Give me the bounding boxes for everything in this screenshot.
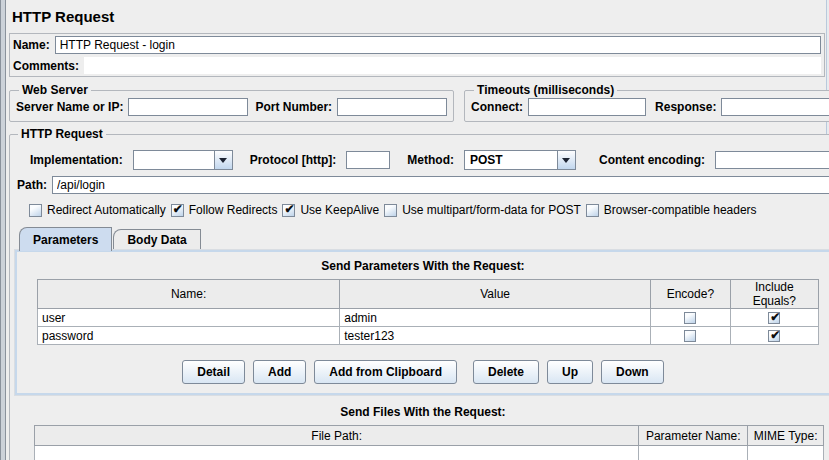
comments-label: Comments: — [13, 59, 79, 73]
name-input[interactable] — [55, 36, 821, 54]
table-row[interactable]: user admin — [38, 309, 819, 327]
param-value-cell[interactable]: tester123 — [340, 327, 651, 345]
checkbox-icon[interactable] — [768, 312, 780, 324]
file-mime-type-cell[interactable] — [748, 446, 824, 460]
method-dropdown[interactable]: POST — [464, 150, 576, 170]
checkbox-icon[interactable] — [29, 204, 42, 217]
connect-timeout-input[interactable] — [528, 98, 646, 116]
checkbox-multipart-form-data[interactable]: Use multipart/form-data for POST — [384, 203, 581, 217]
protocol-input[interactable] — [346, 151, 390, 169]
column-header-name[interactable]: Name: — [38, 280, 340, 309]
content-encoding-input[interactable] — [715, 151, 829, 169]
chevron-down-icon — [562, 158, 570, 163]
checkbox-label: Redirect Automatically — [47, 203, 166, 217]
content-encoding-label: Content encoding: — [599, 153, 705, 167]
column-header-encode[interactable]: Encode? — [651, 280, 731, 309]
page-title: HTTP Request — [12, 8, 825, 25]
checkbox-browser-compatible-headers[interactable]: Browser-compatible headers — [586, 203, 757, 217]
connect-timeout-label: Connect: — [471, 100, 523, 114]
column-header-file-path[interactable]: File Path: — [35, 426, 639, 446]
send-parameters-heading: Send Parameters With the Request: — [21, 259, 825, 273]
parameters-tab-panel: Send Parameters With the Request: Name: … — [15, 250, 829, 395]
method-dropdown-value: POST — [465, 151, 557, 169]
name-comments-box: Name: Comments: — [9, 33, 825, 77]
param-include-equals-cell[interactable] — [730, 309, 818, 327]
checkbox-follow-redirects[interactable]: Follow Redirects — [171, 203, 278, 217]
checkbox-label: Follow Redirects — [189, 203, 278, 217]
port-number-input[interactable] — [337, 98, 447, 116]
split-pane-divider[interactable] — [0, 0, 6, 460]
implementation-dropdown[interactable] — [133, 150, 233, 170]
checkbox-label: Use KeepAlive — [300, 203, 379, 217]
timeouts-group: Timeouts (milliseconds) Connect: Respons… — [464, 83, 829, 122]
comments-input[interactable] — [84, 57, 821, 74]
param-encode-cell[interactable] — [651, 309, 731, 327]
server-name-label: Server Name or IP: — [16, 100, 123, 114]
protocol-label: Protocol [http]: — [250, 153, 337, 167]
path-input[interactable] — [52, 176, 829, 194]
implementation-dropdown-value — [134, 151, 214, 169]
web-server-legend: Web Server — [19, 83, 91, 97]
table-row[interactable]: password tester123 — [38, 327, 819, 345]
checkbox-icon[interactable] — [171, 204, 184, 217]
method-dropdown-button[interactable] — [557, 151, 575, 169]
response-timeout-input[interactable] — [721, 98, 829, 116]
path-label: Path: — [17, 178, 47, 192]
detail-button[interactable]: Detail — [182, 360, 245, 384]
files-table-header: File Path: Parameter Name: MIME Type: — [35, 426, 824, 446]
name-label: Name: — [13, 38, 50, 52]
checkbox-icon[interactable] — [684, 312, 696, 324]
checkbox-icon[interactable] — [768, 330, 780, 342]
checkbox-redirect-automatically[interactable]: Redirect Automatically — [29, 203, 166, 217]
checkbox-label: Browser-compatible headers — [604, 203, 757, 217]
parameters-table[interactable]: Name: Value Encode? Include Equals? user… — [37, 279, 819, 345]
table-row[interactable] — [35, 446, 824, 460]
down-button[interactable]: Down — [601, 360, 664, 384]
server-name-input[interactable] — [128, 98, 248, 116]
parameter-buttons: Detail Add Add from Clipboard Delete Up … — [21, 360, 825, 384]
column-header-include-equals[interactable]: Include Equals? — [730, 280, 818, 309]
checkbox-icon[interactable] — [684, 330, 696, 342]
add-from-clipboard-button[interactable]: Add from Clipboard — [314, 360, 457, 384]
column-header-mime-type[interactable]: MIME Type: — [748, 426, 824, 446]
http-request-legend: HTTP Request — [18, 127, 106, 141]
delete-button[interactable]: Delete — [473, 360, 539, 384]
implementation-dropdown-button[interactable] — [214, 151, 232, 169]
column-header-parameter-name[interactable]: Parameter Name: — [639, 426, 748, 446]
parameters-body-tabs: Parameters Body Data — [19, 227, 829, 250]
file-path-cell[interactable] — [35, 446, 639, 460]
up-button[interactable]: Up — [547, 360, 593, 384]
parameters-table-header: Name: Value Encode? Include Equals? — [38, 280, 819, 309]
http-request-panel: HTTP Request Name: Comments: Web Server … — [9, 0, 825, 460]
param-include-equals-cell[interactable] — [730, 327, 818, 345]
param-value-cell[interactable]: admin — [340, 309, 651, 327]
param-encode-cell[interactable] — [651, 327, 731, 345]
checkbox-icon[interactable] — [384, 204, 397, 217]
param-name-cell[interactable]: password — [38, 327, 340, 345]
files-table[interactable]: File Path: Parameter Name: MIME Type: — [34, 425, 824, 460]
tab-parameters[interactable]: Parameters — [19, 227, 112, 251]
chevron-down-icon — [219, 158, 227, 163]
port-number-label: Port Number: — [255, 100, 332, 114]
response-timeout-label: Response: — [655, 100, 716, 114]
add-button[interactable]: Add — [253, 360, 306, 384]
timeouts-legend: Timeouts (milliseconds) — [474, 83, 617, 97]
column-header-value[interactable]: Value — [340, 280, 651, 309]
http-request-group: HTTP Request Implementation: Protocol [h… — [9, 127, 829, 460]
method-label: Method: — [407, 153, 454, 167]
web-server-group: Web Server Server Name or IP: Port Numbe… — [9, 83, 454, 122]
checkbox-use-keepalive[interactable]: Use KeepAlive — [282, 203, 379, 217]
file-parameter-name-cell[interactable] — [639, 446, 748, 460]
checkbox-icon[interactable] — [282, 204, 295, 217]
implementation-label: Implementation: — [30, 153, 123, 167]
checkbox-label: Use multipart/form-data for POST — [402, 203, 581, 217]
tab-body-data[interactable]: Body Data — [113, 229, 200, 250]
checkbox-icon[interactable] — [586, 204, 599, 217]
param-name-cell[interactable]: user — [38, 309, 340, 327]
send-files-heading: Send Files With the Request: — [15, 405, 829, 419]
